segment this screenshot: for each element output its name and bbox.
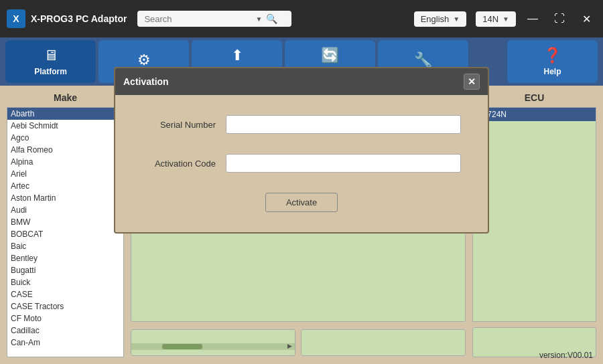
app-icon: X (7, 9, 25, 28)
list-item[interactable]: Buick (7, 276, 123, 288)
make-title: Make (7, 92, 124, 103)
ecu-panel: ECU C1724N (472, 92, 596, 357)
modal-header: Activation ✕ (115, 68, 488, 95)
list-item[interactable]: Cadillac (7, 325, 123, 337)
list-item[interactable]: Ariel (7, 168, 123, 180)
checkfor-icon: 🔄 (321, 47, 339, 64)
make-list[interactable]: AbarthAebi SchmidtAgcoAlfa RomeoAlpinaAr… (7, 107, 124, 357)
search-input[interactable] (144, 14, 251, 24)
list-item[interactable]: BMW (7, 216, 123, 228)
chevron-down-icon: ▼ (503, 15, 509, 23)
list-item[interactable]: Audi (7, 204, 123, 216)
maximize-button[interactable]: ⛶ (549, 9, 570, 28)
chevron-down-icon[interactable]: ▼ (255, 15, 262, 23)
list-item[interactable]: Alpina (7, 156, 123, 168)
app-title: X-PROG3 PC Adaptor (31, 13, 127, 24)
serial-number-row: Serial Number (142, 115, 461, 134)
list-item[interactable]: Can-Am (7, 337, 123, 349)
firmware-icon: ⬆ (231, 47, 243, 64)
activation-modal: Activation ✕ Serial Number Activation Co… (114, 67, 489, 234)
chevron-down-icon: ▼ (453, 15, 460, 23)
activate-button[interactable]: Activate (265, 193, 338, 212)
list-item[interactable]: Aston Martin (7, 192, 123, 204)
list-item[interactable]: Baic (7, 240, 123, 252)
version-bar: version:V00.01 (539, 351, 593, 360)
help-icon: ❓ (543, 47, 561, 64)
version-selector[interactable]: 14N ▼ (476, 11, 516, 27)
scroll-right-arrow[interactable]: ▶ (287, 343, 292, 349)
language-text: English (421, 14, 450, 24)
list-item[interactable]: Agco (7, 132, 123, 144)
ecu-title: ECU (472, 92, 596, 103)
language-selector[interactable]: English ▼ (414, 11, 467, 27)
modal-close-button[interactable]: ✕ (464, 74, 480, 90)
search-icon[interactable]: 🔍 (266, 13, 277, 24)
list-item[interactable]: CASE Tractors (7, 300, 123, 312)
list-item[interactable]: Aebi Schmidt (7, 120, 123, 132)
platform-icon: 🖥 (44, 47, 58, 64)
list-item[interactable]: Artec (7, 180, 123, 192)
serial-number-label: Serial Number (142, 120, 216, 130)
list-item[interactable]: CF Moto (7, 312, 123, 325)
nav-platform-label: Platform (34, 67, 67, 76)
make-panel: Make AbarthAebi SchmidtAgcoAlfa RomeoAlp… (7, 92, 124, 357)
list-item[interactable]: Alfa Romeo (7, 144, 123, 156)
serial-number-input[interactable] (226, 115, 461, 134)
activation-code-label: Activation Code (142, 159, 216, 169)
bottom-scrollable-pane[interactable]: ◀ ▶ (131, 329, 295, 356)
list-item[interactable]: Bugatti (7, 264, 123, 276)
version-text: 14N (482, 14, 498, 24)
nav-help-label: Help (543, 67, 561, 76)
modal-title: Activation (123, 76, 169, 87)
minimize-button[interactable]: — (523, 9, 543, 28)
list-item[interactable]: C1724N (473, 108, 596, 121)
list-item[interactable]: Bentley (7, 252, 123, 264)
list-item[interactable]: BOBCAT (7, 228, 123, 240)
ecu-list[interactable]: C1724N (472, 107, 596, 322)
list-item[interactable]: Abarth (7, 108, 123, 120)
nav-help[interactable]: ❓ Help (507, 40, 598, 83)
search-box[interactable]: ▼ 🔍 (137, 11, 291, 27)
bottom-pane-2 (301, 329, 466, 356)
activation-code-input[interactable] (226, 154, 461, 173)
title-bar: X X-PROG3 PC Adaptor ▼ 🔍 English ▼ 14N ▼… (0, 0, 603, 37)
close-button[interactable]: ✕ (576, 9, 596, 28)
modal-body: Serial Number Activation Code Activate (115, 95, 488, 232)
list-item[interactable]: CASE (7, 288, 123, 300)
center-bottom: ◀ ▶ (131, 327, 466, 357)
scroll-thumb[interactable] (162, 344, 202, 349)
activation-code-row: Activation Code (142, 154, 461, 173)
nav-platform[interactable]: 🖥 Platform (5, 40, 96, 83)
